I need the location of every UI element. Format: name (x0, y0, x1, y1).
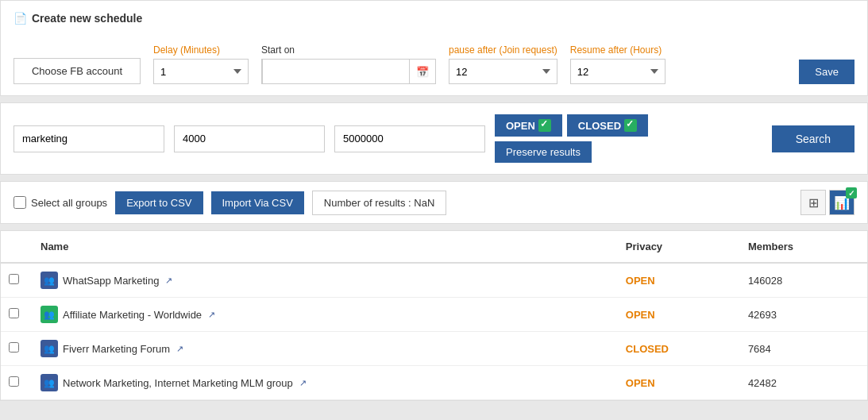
schedule-title: Create new schedule (32, 12, 142, 25)
closed-label: CLOSED (578, 120, 621, 132)
open-closed-row: OPEN CLOSED (495, 114, 648, 137)
group-name[interactable]: Affiliate Marketing - Worldwide (63, 309, 202, 321)
table-view-button[interactable]: 📊 ✓ (829, 190, 854, 215)
choose-fb-button[interactable]: Choose FB account (14, 58, 141, 84)
external-link-icon[interactable]: ↗ (165, 276, 172, 286)
toolbar-section: Select all groups Export to CSV Import V… (0, 181, 868, 224)
grid-icon: ⊞ (808, 195, 819, 210)
group-members: 7684 (740, 332, 867, 366)
group-avatar: 👥 (41, 374, 58, 391)
search-section: OPEN CLOSED Preserve results Search (0, 102, 868, 175)
save-button[interactable]: Save (799, 60, 854, 84)
delay-select[interactable]: 1 2 5 10 15 30 60 (153, 59, 249, 84)
start-on-field-group: Start on 📅 (261, 44, 436, 84)
pause-after-label: pause after (Join request) (449, 44, 557, 56)
min-members-input[interactable] (174, 125, 325, 152)
groups-table: Name Privacy Members 👥WhatSapp Marketing… (1, 231, 867, 400)
col-checkbox-header (1, 231, 33, 263)
col-privacy-header: Privacy (618, 231, 740, 263)
start-on-input[interactable] (262, 59, 410, 84)
schedule-section: 📄 Create new schedule Choose FB account … (0, 0, 868, 96)
group-privacy: OPEN (618, 366, 740, 400)
document-icon: 📄 (14, 12, 27, 25)
group-members: 42482 (740, 366, 867, 400)
group-privacy: CLOSED (618, 332, 740, 366)
schedule-header: 📄 Create new schedule (14, 12, 854, 25)
open-check-icon (538, 119, 551, 132)
open-label: OPEN (506, 120, 535, 132)
results-badge: Number of results : NaN (312, 191, 446, 215)
group-avatar: 👥 (41, 272, 58, 289)
delay-field-group: Delay (Minutes) 1 2 5 10 15 30 60 (153, 44, 249, 84)
select-all-checkbox[interactable] (14, 196, 26, 209)
table-section: Name Privacy Members 👥WhatSapp Marketing… (0, 230, 868, 401)
group-avatar: 👥 (41, 340, 58, 357)
group-avatar: 👥 (41, 306, 58, 323)
row-checkbox[interactable] (9, 376, 19, 387)
pause-after-select[interactable]: 12 24 48 (449, 59, 557, 84)
resume-after-field-group: Resume after (Hours) 12 24 48 (570, 44, 665, 84)
table-row: 👥WhatSapp Marketing ↗OPEN146028 (1, 263, 867, 298)
row-checkbox[interactable] (9, 274, 19, 284)
date-input-wrap: 📅 (261, 59, 436, 84)
table-row: 👥Affiliate Marketing - Worldwide ↗OPEN42… (1, 298, 867, 332)
closed-toggle-button[interactable]: CLOSED (567, 114, 648, 137)
search-button[interactable]: Search (772, 125, 854, 152)
select-all-label[interactable]: Select all groups (14, 196, 107, 209)
group-privacy: OPEN (618, 298, 740, 332)
select-all-text: Select all groups (31, 197, 107, 209)
resume-after-select[interactable]: 12 24 48 (570, 59, 665, 84)
open-toggle-button[interactable]: OPEN (495, 114, 562, 137)
group-members: 146028 (740, 263, 867, 298)
max-members-input[interactable] (334, 125, 485, 152)
col-name-header: Name (33, 231, 618, 263)
preserve-results-button[interactable]: Preserve results (495, 141, 592, 163)
grid-view-button[interactable]: ⊞ (800, 190, 826, 215)
col-members-header: Members (740, 231, 867, 263)
delay-label: Delay (Minutes) (153, 44, 249, 56)
external-link-icon[interactable]: ↗ (208, 310, 215, 320)
group-name[interactable]: WhatSapp Marketing (63, 275, 159, 287)
table-header-row: Name Privacy Members (1, 231, 867, 263)
schedule-controls: Choose FB account Delay (Minutes) 1 2 5 … (14, 36, 854, 84)
view-icons: ⊞ 📊 ✓ (800, 190, 854, 215)
row-checkbox[interactable] (9, 342, 19, 353)
toggle-group: OPEN CLOSED Preserve results (495, 114, 648, 163)
keyword-input[interactable] (14, 125, 164, 152)
pause-after-field-group: pause after (Join request) 12 24 48 (449, 44, 557, 84)
export-csv-button[interactable]: Export to CSV (115, 191, 203, 214)
group-members: 42693 (740, 298, 867, 332)
group-name[interactable]: Network Marketing, Internet Marketing ML… (63, 377, 293, 389)
search-controls: OPEN CLOSED Preserve results Search (14, 114, 854, 163)
table-row: 👥Network Marketing, Internet Marketing M… (1, 366, 867, 400)
start-on-label: Start on (261, 44, 436, 56)
closed-check-icon (624, 119, 637, 132)
row-checkbox[interactable] (9, 308, 19, 318)
import-csv-button[interactable]: Import Via CSV (211, 191, 304, 214)
resume-after-label: Resume after (Hours) (570, 44, 665, 56)
calendar-icon[interactable]: 📅 (410, 66, 435, 78)
group-name[interactable]: Fiverr Marketing Forum (63, 343, 170, 355)
active-view-check: ✓ (846, 187, 857, 198)
group-privacy: OPEN (618, 263, 740, 298)
external-link-icon[interactable]: ↗ (176, 344, 183, 354)
external-link-icon[interactable]: ↗ (299, 378, 307, 388)
table-row: 👥Fiverr Marketing Forum ↗CLOSED7684 (1, 332, 867, 366)
